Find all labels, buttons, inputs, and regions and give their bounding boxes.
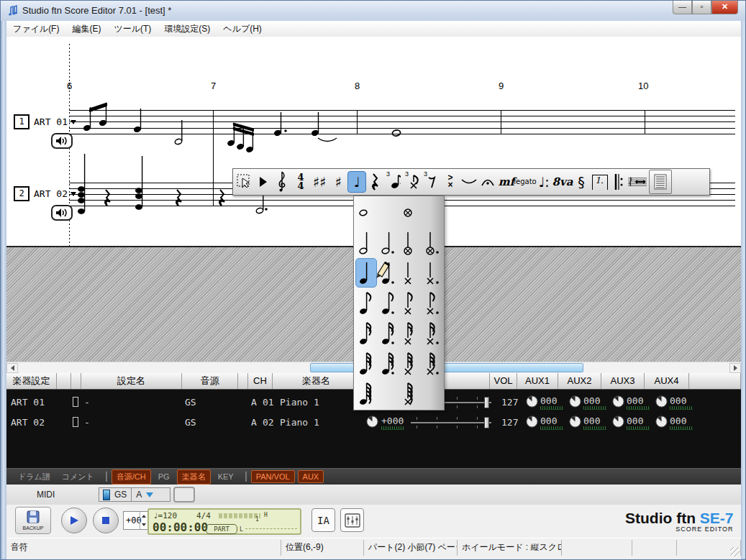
palette-x-quarter-note[interactable] [400,258,422,288]
tab--[interactable]: コメント [58,470,99,484]
palette-x-sixteenth-note[interactable] [400,318,422,348]
tab-pg[interactable]: PG [154,471,174,482]
menu-item-2[interactable]: ツール(T) [107,21,158,37]
measure-number: 10 [638,81,648,91]
play-button[interactable] [61,508,87,533]
volta-bracket-tool[interactable]: 1. [591,171,609,193]
scroll-left-arrow[interactable] [6,363,18,373]
input-assist-button[interactable]: IA [311,508,335,532]
volume-slider-track[interactable] [411,422,491,423]
menu-item-4[interactable]: ヘルプ(H) [217,21,268,37]
scrollbar-thumb[interactable] [310,363,583,372]
clef-tool[interactable] [273,171,291,193]
note-duration-tool[interactable]: ♩ [347,171,366,193]
palette-x-thirty-second-note[interactable] [400,349,422,378]
triplet-x-note-tool[interactable]: 3 [404,171,422,193]
time-signature-tool[interactable]: 44 [291,171,310,193]
spin-down-icon[interactable] [142,523,146,526]
minimize-button[interactable]: — [673,1,692,14]
legato-tool[interactable]: legato [516,171,535,193]
palette-circle-x-half-note[interactable] [400,228,422,257]
palette-thirty-second-note[interactable] [355,349,377,378]
midi-port-dropdown-icon[interactable] [146,492,153,497]
track-dropdown-icon[interactable] [70,192,76,196]
tab-key[interactable]: KEY [214,471,238,482]
midi-extra-box[interactable] [173,487,195,502]
dynamics-tool[interactable]: mf [497,171,516,193]
aux3-knob-icon[interactable] [612,416,624,430]
palette-dotted-sixteenth-note[interactable] [378,318,399,348]
mixer-row-art-02[interactable]: ART 02-GSA02Piano 1+000127000000000000 [6,413,741,433]
volume-slider-handle[interactable] [484,397,489,408]
triplet-rest-tool[interactable]: 3 [422,171,441,193]
sharp-tool[interactable]: ♯ [329,171,347,193]
palette-circle-x-whole-note[interactable] [400,198,422,227]
tab-aux[interactable]: AUX [298,470,324,483]
maximize-button[interactable]: ▫ [692,1,711,14]
aux3-knob-icon[interactable] [612,395,624,410]
palette-dotted-half-note[interactable] [378,228,399,257]
pitch-spinner[interactable]: +00 [123,511,149,530]
speaker-icon [55,137,68,145]
play-cursor-tool[interactable] [254,171,273,193]
accent-tool[interactable]: >× [441,171,460,193]
aux2-knob-icon[interactable] [569,395,581,410]
scroll-right-arrow[interactable] [729,363,741,373]
palette-dotted-x-sixteenth-note[interactable] [422,318,444,348]
track-label-art-02[interactable]: 2ART 02 [14,186,76,201]
palette-x-eighth-note[interactable] [400,288,422,318]
volume-slider-handle[interactable] [484,417,489,428]
palette-dotted-thirty-second-note[interactable] [378,349,399,378]
dotted-note-tool[interactable]: ♩: [535,171,553,193]
menu-item-3[interactable]: 環境設定(S) [158,21,217,37]
palette-sixty-fourth-note[interactable] [355,379,377,408]
staff-transpose-tool[interactable] [628,171,647,193]
palette-eighth-note[interactable] [355,288,377,318]
palette-dotted-x-eighth-note[interactable] [422,288,444,318]
volume-value: 127 [501,417,518,428]
page-view-button[interactable] [649,170,672,194]
aux1-knob-icon[interactable] [526,395,538,410]
track-mute-button[interactable] [51,133,73,149]
pan-value: +000 [381,416,404,426]
tab--[interactable]: ドラム譜 [14,470,55,484]
tie-slur-tool[interactable] [460,171,478,193]
octave-8va-tool[interactable]: 8va [553,171,572,193]
double-sharp-tool[interactable]: ♯♯ [310,171,329,193]
triplet-note-tool[interactable]: 3 [385,171,404,193]
palette-x-sixty-fourth-note[interactable] [400,379,422,408]
aux4-knob-icon[interactable] [655,395,668,410]
palette-dotted-circle-x-half-note[interactable] [422,228,444,257]
palette-sixteenth-note[interactable] [355,318,377,348]
menu-item-1[interactable]: 編集(E) [65,21,107,37]
midi-mode-select[interactable]: GS A [99,487,170,502]
mixer-panel-button[interactable] [340,508,364,532]
backup-button[interactable]: BACKUP [15,507,51,534]
aux4-knob-icon[interactable] [655,416,668,430]
palette-dotted-eighth-note[interactable] [378,288,399,318]
rest-tool[interactable] [366,171,385,193]
aux1-knob-icon[interactable] [526,416,538,430]
status-cell-6 [677,540,741,556]
palette-half-note[interactable] [355,228,377,257]
track-label-art-01[interactable]: 1ART 01 [14,114,76,129]
tab-pan-vol[interactable]: PAN/VOL [251,470,295,483]
stop-button[interactable] [93,508,119,533]
menu-item-0[interactable]: ファイル(F) [6,21,65,37]
tab--[interactable]: 楽器名 [177,469,211,485]
fermata-tool[interactable] [478,171,497,193]
aux2-knob-icon[interactable] [569,416,581,430]
palette-whole-note[interactable] [355,198,377,227]
knob-icon[interactable] [366,416,378,430]
track-mute-button[interactable] [51,205,73,221]
segno-tool[interactable]: § [572,171,591,193]
palette-dotted-x-thirty-second-note[interactable] [422,349,444,378]
track-dropdown-icon[interactable] [70,120,76,124]
title-bar[interactable]: Studio ftn Score Editor 7.01 - [test] * … [1,1,746,22]
palette-dotted-x-quarter-note[interactable] [422,258,444,288]
repeat-barline-tool[interactable] [609,171,628,193]
close-button[interactable]: ✕ [711,1,738,14]
spin-up-icon[interactable] [142,515,146,518]
tab--ch[interactable]: 音源/CH [112,469,151,485]
select-tool[interactable] [235,171,254,193]
